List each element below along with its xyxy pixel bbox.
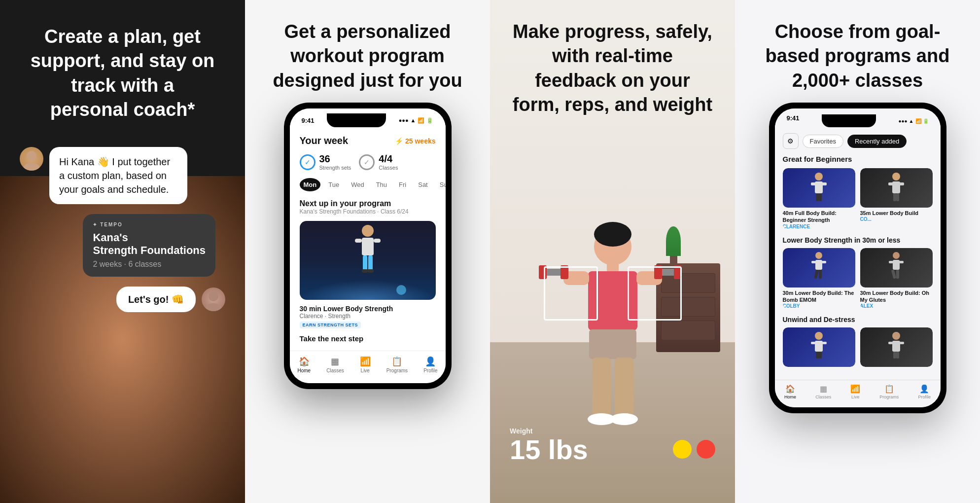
nav-home-4[interactable]: 🏠 Home <box>784 384 796 399</box>
panel-2-header: Get a personalized workout program desig… <box>245 0 490 103</box>
svg-rect-58 <box>819 352 822 359</box>
nav-profile-label-4: Profile <box>918 395 931 399</box>
svg-point-2 <box>209 291 218 301</box>
class-card-5[interactable] <box>783 327 855 367</box>
section-beginners-title: Great for Beginners <box>783 155 933 163</box>
day-mon[interactable]: Mon <box>300 178 321 191</box>
class-card-4[interactable]: 30m Lower Body Build: Oh My Glutes ALEX <box>860 248 933 309</box>
class-thumb-3 <box>783 248 855 287</box>
svg-point-1 <box>24 163 39 171</box>
svg-rect-24 <box>589 329 636 359</box>
svg-rect-57 <box>816 352 819 359</box>
panel-4-title: Choose from goal-based programs and 2,00… <box>755 20 960 93</box>
recently-added-chip[interactable]: Recently added <box>847 135 907 148</box>
phone-mockup-2: 9:41 ●●● ▲ 📶 🔋 Your week ⚡ 25 weeks <box>284 103 452 389</box>
app-content-2: Your week ⚡ 25 weeks ✓ 36 Strength sets <box>290 127 446 351</box>
classes-value: 4/4 <box>379 153 398 165</box>
svg-rect-42 <box>815 260 822 270</box>
panel-classes: Choose from goal-based programs and 2,00… <box>735 0 980 503</box>
day-tue[interactable]: Tue <box>324 178 343 191</box>
svg-rect-5 <box>362 238 374 255</box>
live-icon-2: 📶 <box>360 356 371 367</box>
panel-1-header: Create a plan, get support, and stay on … <box>0 0 245 137</box>
filter-icon[interactable]: ⚙ <box>783 133 799 149</box>
profile-icon-2: 👤 <box>425 356 436 367</box>
beginners-grid: 40m Full Body Build: Beginner Strength C… <box>783 168 933 229</box>
nav-profile-2[interactable]: 👤 Profile <box>423 356 437 373</box>
strength-circle: ✓ <box>300 154 315 170</box>
nav-programs-4[interactable]: 📋 Programs <box>879 384 899 399</box>
nav-profile-4[interactable]: 👤 Profile <box>918 384 931 399</box>
panel-1-title: Create a plan, get support, and stay on … <box>30 25 215 122</box>
programs-icon-4: 📋 <box>884 384 894 394</box>
day-thu[interactable]: Thu <box>372 178 391 191</box>
record-indicators <box>673 440 715 459</box>
nav-classes-label-2: Classes <box>326 368 344 373</box>
programs-icon-2: 📋 <box>391 356 402 367</box>
nav-programs-label-2: Programs <box>386 368 408 373</box>
panel-3-title: Make progress, safely, with real-time fe… <box>510 20 715 117</box>
svg-rect-6 <box>355 239 362 243</box>
nav-live-2[interactable]: 📶 Live <box>360 356 371 373</box>
card-title-3: 30m Lower Body Build: The Bomb EMOM <box>783 289 855 304</box>
favorites-chip[interactable]: Favorites <box>803 135 843 148</box>
nav-classes-4[interactable]: ▦ Classes <box>815 384 831 399</box>
trainer-svg <box>348 221 387 290</box>
svg-rect-40 <box>896 193 899 201</box>
take-next-step: Take the next step <box>300 334 436 343</box>
class-card-3[interactable]: 30m Lower Body Build: The Bomb EMOM COLB… <box>783 248 855 309</box>
weight-info: Weight 15 lbs <box>510 427 588 464</box>
svg-rect-55 <box>811 342 815 344</box>
svg-point-13 <box>594 222 631 247</box>
classes-circle: ✓ <box>359 154 375 170</box>
svg-rect-25 <box>592 358 611 417</box>
chat-message-1: Hi Kana 👋 I put together a custom plan, … <box>20 147 225 204</box>
nav-home-label-4: Home <box>784 395 796 399</box>
status-bar-4: 9:41 ●●● ▲ 📶 🔋 <box>775 108 941 127</box>
class-card-2[interactable]: 35m Lower Body Build CO... <box>860 168 933 229</box>
svg-rect-52 <box>896 270 899 279</box>
nav-live-4[interactable]: 📶 Live <box>850 384 860 399</box>
nav-profile-label-2: Profile <box>423 368 437 373</box>
day-fri[interactable]: Fri <box>395 178 410 191</box>
phone-screen-2: 9:41 ●●● ▲ 📶 🔋 Your week ⚡ 25 weeks <box>290 108 446 383</box>
day-wed[interactable]: Wed <box>347 178 368 191</box>
panel-4-header: Choose from goal-based programs and 2,00… <box>735 0 980 103</box>
svg-rect-60 <box>892 341 900 352</box>
nav-classes-2[interactable]: ▦ Classes <box>326 356 344 373</box>
class-card-1[interactable]: 40m Full Body Build: Beginner Strength C… <box>783 168 855 229</box>
svg-point-47 <box>893 252 900 259</box>
nav-classes-label-4: Classes <box>815 395 831 399</box>
svg-point-3 <box>206 303 221 311</box>
detection-box-right <box>628 266 682 321</box>
svg-rect-39 <box>893 193 896 201</box>
card-title-4: 30m Lower Body Build: Oh My Glutes <box>860 289 933 304</box>
detection-box-left <box>544 266 598 321</box>
your-week-header: Your week ⚡ 25 weeks <box>300 135 436 146</box>
svg-rect-26 <box>615 358 633 417</box>
class-thumb-5 <box>783 327 855 367</box>
nav-home-2[interactable]: 🏠 Home <box>298 356 311 373</box>
svg-rect-30 <box>815 181 823 193</box>
svg-rect-56 <box>822 342 827 344</box>
time-2: 9:41 <box>302 117 315 124</box>
svg-rect-64 <box>896 352 899 359</box>
class-card-6[interactable] <box>860 327 933 367</box>
svg-rect-61 <box>888 342 893 344</box>
card-title-2: 35m Lower Body Build <box>860 210 933 216</box>
weeks-count: ⚡ 25 weeks <box>395 137 435 145</box>
panel-feedback: Make progress, safely, with real-time fe… <box>490 0 735 503</box>
day-sat[interactable]: Sat <box>414 178 432 191</box>
svg-rect-11 <box>368 269 374 273</box>
class-thumb-6 <box>860 327 933 367</box>
status-icons-4: ●●● ▲ 📶 🔋 <box>898 114 928 127</box>
svg-rect-62 <box>900 342 904 344</box>
svg-rect-8 <box>363 255 367 270</box>
nav-programs-2[interactable]: 📋 Programs <box>386 356 408 373</box>
class-thumb-2 <box>860 168 933 208</box>
day-sun[interactable]: Sun <box>436 178 446 191</box>
user-reply: Let's go! 👊 <box>20 287 225 312</box>
card-trainer-2: CO... <box>860 216 933 222</box>
svg-rect-51 <box>891 269 896 279</box>
phone-nav-4: 🏠 Home ▦ Classes 📶 Live 📋 Programs 👤 <box>775 380 941 407</box>
